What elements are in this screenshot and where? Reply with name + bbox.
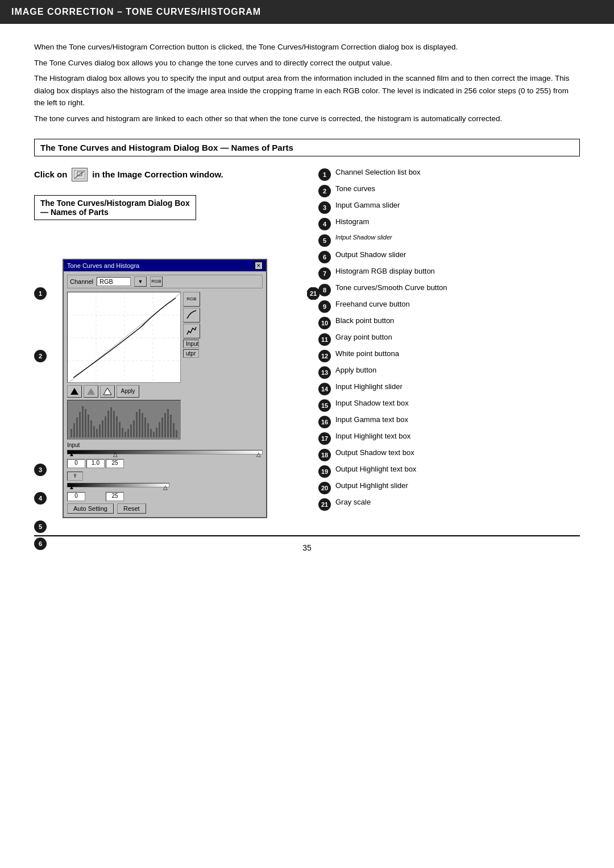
dialog-body: Channel RGB ▼ RGB <box>64 271 266 517</box>
channel-select[interactable]: RGB <box>97 277 131 286</box>
page: IMAGE CORRECTION – TONE CURVES/HISTOGRAM… <box>0 0 614 868</box>
intro-para-4: The tone curves and histogram are linked… <box>34 113 580 125</box>
svg-marker-10 <box>70 388 78 395</box>
input-section: Input ▲ △ △ <box>67 442 263 468</box>
svg-marker-12 <box>103 388 111 395</box>
input-slider-row: ▲ △ △ <box>67 450 263 454</box>
svg-rect-27 <box>110 407 112 437</box>
part-number: 1 <box>318 168 331 181</box>
part-number: 2 <box>318 185 331 197</box>
output-label-row: γ <box>67 472 263 481</box>
auto-setting-btn[interactable]: Auto Setting <box>67 503 114 514</box>
output-highlight-field[interactable]: 25 <box>106 492 124 501</box>
click-prefix: Click on <box>34 170 67 179</box>
part-label: Input Highlight text box <box>335 432 410 440</box>
dialog-titlebar: Tone Curves and Histogra ✕ <box>64 260 266 271</box>
part-label: Output Highlight slider <box>335 481 408 490</box>
gray-point-btn[interactable] <box>84 385 98 398</box>
svg-rect-32 <box>125 432 126 437</box>
part-label: Output Shadow slider <box>335 250 406 259</box>
output-shadow-marker: ▲ <box>69 484 74 490</box>
list-item: 6Output Shadow slider <box>318 250 580 263</box>
channel-rgb-btn[interactable]: RGB <box>150 276 163 287</box>
svg-rect-39 <box>144 418 146 437</box>
list-item: 10Black point button <box>318 316 580 329</box>
input-shadow-marker: ▲ <box>69 451 74 457</box>
histogram-rgb-btn[interactable]: RGB <box>183 292 200 307</box>
freehand-btn[interactable] <box>183 324 200 338</box>
list-item: 7Histogram RGB display button <box>318 267 580 280</box>
output-section: γ ▲ △ 0 <box>67 472 263 501</box>
output-shadow-field[interactable]: 0 <box>67 492 85 501</box>
input-slider-track[interactable]: ▲ △ △ <box>67 450 263 454</box>
svg-rect-28 <box>113 411 115 437</box>
output-slider-track[interactable]: ▲ △ <box>67 483 169 487</box>
header-title: IMAGE CORRECTION – TONE CURVES/HISTOGRAM <box>11 7 261 16</box>
input-highlight-marker: △ <box>256 451 261 457</box>
intro-para-2: The Tone Curves dialog box allows you to… <box>34 57 580 69</box>
svg-rect-44 <box>159 422 160 437</box>
dialog-diagram: 1 2 3 4 5 6 Tone Curves and Histogra ✕ <box>34 259 307 518</box>
svg-rect-49 <box>173 423 175 437</box>
part-label: Input Shadow text box <box>335 399 409 407</box>
output-label-field: γ <box>67 472 83 481</box>
svg-rect-18 <box>85 409 86 437</box>
part-number: 19 <box>318 465 331 478</box>
list-item: 11Gray point button <box>318 333 580 346</box>
svg-rect-21 <box>93 426 95 437</box>
intro-para-1: When the Tone curves/Histogram Correctio… <box>34 41 580 53</box>
svg-rect-16 <box>79 412 81 437</box>
dialog-box: Tone Curves and Histogra ✕ Channel RGB ▼… <box>63 259 267 518</box>
point-buttons-row: Apply <box>67 385 263 398</box>
list-item: 16Input Gamma text box <box>318 415 580 428</box>
left-diagram-col: Click on in the Image Correction window.… <box>34 168 307 518</box>
reset-btn[interactable]: Reset <box>117 503 146 514</box>
subsection-title: The Tone Curves/Histogram Dialog Box — N… <box>34 195 196 220</box>
part-number: 21 <box>318 498 331 511</box>
part-label: Gray point button <box>335 333 392 341</box>
svg-rect-15 <box>76 418 78 437</box>
list-item: 21Gray scale <box>318 498 580 511</box>
section-title: The Tone Curves and Histogram Dialog Box… <box>34 139 580 156</box>
channel-row: Channel RGB ▼ RGB <box>67 275 263 288</box>
input-shadow-field[interactable]: 0 <box>67 459 85 468</box>
list-item: 18Output Shadow text box <box>318 448 580 461</box>
callout-1: 1 <box>34 287 47 300</box>
list-item: 15Input Shadow text box <box>318 399 580 412</box>
callout-4: 4 <box>34 492 47 505</box>
input-highlight-field[interactable]: 25 <box>106 459 124 468</box>
svg-rect-37 <box>139 409 140 437</box>
svg-rect-17 <box>82 406 84 437</box>
white-point-btn[interactable] <box>100 385 115 398</box>
list-item: 1Channel Selection list box <box>318 168 580 181</box>
intro-section: When the Tone curves/Histogram Correctio… <box>34 41 580 125</box>
input-gamma-marker: △ <box>113 451 118 457</box>
input-values-row: 0 1.0 25 <box>67 459 263 468</box>
input-label: Input <box>183 340 199 348</box>
svg-rect-30 <box>119 422 121 437</box>
callout-21: 21 <box>307 287 320 300</box>
list-item: 12White point buttona <box>318 349 580 362</box>
part-label: Gray scale <box>335 498 371 506</box>
part-number: 11 <box>318 333 331 346</box>
output-slider-row: ▲ △ <box>67 482 263 487</box>
click-suffix: in the Image Correction window. <box>92 170 223 179</box>
correction-icon[interactable] <box>72 168 88 181</box>
part-number: 15 <box>318 399 331 412</box>
svg-rect-22 <box>96 429 98 437</box>
part-number: 16 <box>318 416 331 428</box>
smooth-curve-btn[interactable] <box>183 308 200 323</box>
input-gamma-field[interactable]: 1.0 <box>86 459 105 468</box>
close-button[interactable]: ✕ <box>255 262 263 270</box>
part-number: 5 <box>318 234 331 247</box>
channel-btn[interactable]: ▼ <box>134 276 147 287</box>
part-label: Channel Selection list box <box>335 168 421 176</box>
part-label: Intput Shadow slider <box>335 234 392 241</box>
svg-rect-24 <box>102 420 103 437</box>
svg-rect-43 <box>156 428 157 437</box>
list-item: 14Input Highlight slider <box>318 382 580 395</box>
svg-rect-31 <box>122 428 123 437</box>
apply-btn[interactable]: Apply <box>117 385 139 398</box>
black-point-btn[interactable] <box>67 385 82 398</box>
channel-label: Channel <box>70 278 93 285</box>
